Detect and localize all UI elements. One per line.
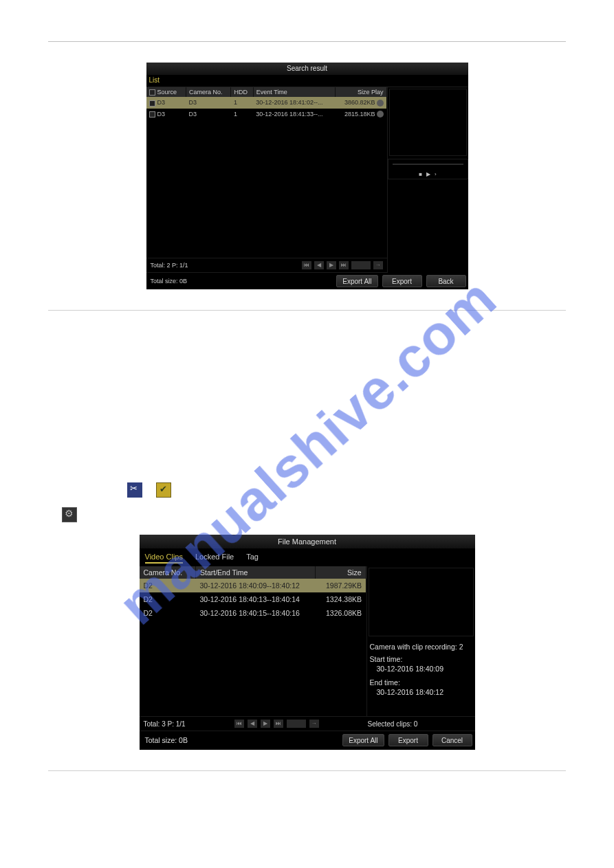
row-checkbox[interactable] xyxy=(149,111,155,118)
preview-play-icon[interactable]: ▶ xyxy=(426,171,430,177)
pager-first-icon[interactable]: ⏮ xyxy=(302,261,311,269)
table-header-row: Camera No. Start/End Time Size xyxy=(140,566,366,579)
row-checkbox[interactable] xyxy=(149,100,155,107)
cell-source: D3 xyxy=(157,111,166,118)
cell-camera: D2 xyxy=(144,595,153,603)
col-hdd: HDD xyxy=(231,87,253,97)
preview-pane: ■ ▶ › xyxy=(387,87,468,273)
preview-controls: ■ ▶ › xyxy=(388,159,468,179)
preview-video xyxy=(389,89,467,156)
cell-size: 1326.08KB xyxy=(315,606,366,620)
pager-prev-icon[interactable]: ◀ xyxy=(314,261,324,269)
pager-next-icon[interactable]: ▶ xyxy=(327,261,336,269)
cancel-button[interactable]: Cancel xyxy=(432,734,472,746)
preview-seekbar[interactable] xyxy=(393,164,463,165)
cell-camera: D2 xyxy=(144,609,153,617)
table-row[interactable]: D2 30-12-2016 18:40:09--18:40:12 1987.29… xyxy=(140,579,366,592)
pager-next-icon[interactable]: ▶ xyxy=(261,720,270,728)
pager-last-icon[interactable]: ⏭ xyxy=(274,720,283,728)
export-all-button[interactable]: Export All xyxy=(336,275,377,287)
cell-time: 30-12-2016 18:40:09--18:40:12 xyxy=(196,579,316,592)
pager-label: Total: 3 P: 1/1 xyxy=(144,720,186,728)
cell-camera: D2 xyxy=(144,581,153,590)
end-time-value: 30-12-2016 18:40:12 xyxy=(370,687,472,697)
col-camera: Camera No. xyxy=(186,87,231,97)
top-rule xyxy=(48,41,566,42)
pager-go-icon[interactable]: → xyxy=(373,261,383,269)
pager-first-icon[interactable]: ⏮ xyxy=(234,720,244,728)
preview-stop-icon[interactable]: ■ xyxy=(419,171,422,177)
export-button[interactable]: Export xyxy=(382,275,422,287)
table-row[interactable]: D2 30-12-2016 18:40:13--18:40:14 1324.38… xyxy=(140,592,366,606)
scissors-icon[interactable] xyxy=(127,482,142,498)
dialog-title: Search result xyxy=(146,63,468,75)
pager-prev-icon[interactable]: ◀ xyxy=(248,720,257,728)
gear-icon[interactable] xyxy=(62,507,77,522)
cell-size: 3860.82KB xyxy=(344,99,375,106)
start-time-label: Start time: xyxy=(370,654,472,664)
col-source: Source xyxy=(157,89,177,96)
total-size-label: Total size: 0B xyxy=(145,736,339,744)
cell-hdd: 1 xyxy=(231,109,253,120)
file-management-dialog: File Management Video Clips Locked File … xyxy=(140,535,475,750)
table-header-row: Source Camera No. HDD Event Time Size Pl… xyxy=(146,87,387,97)
tab-tag[interactable]: Tag xyxy=(246,553,259,564)
results-table: Source Camera No. HDD Event Time Size Pl… xyxy=(146,87,387,120)
cell-hdd: 1 xyxy=(231,97,253,109)
export-all-button[interactable]: Export All xyxy=(342,734,384,746)
tab-list[interactable]: List xyxy=(146,75,468,87)
table-row[interactable]: D3 D3 1 30-12-2016 18:41:02--... 3860.82… xyxy=(146,97,387,109)
search-result-dialog: Search result List Source Camera No. HDD… xyxy=(146,63,468,289)
cell-size: 2815.18KB xyxy=(344,111,375,118)
export-button[interactable]: Export xyxy=(388,734,428,746)
end-time-label: End time: xyxy=(370,678,472,687)
tab-video-clips[interactable]: Video Clips xyxy=(145,553,183,564)
col-camera: Camera No. xyxy=(144,568,183,577)
pager-input[interactable] xyxy=(351,261,371,269)
col-start-end: Start/End Time xyxy=(196,566,316,579)
cell-size: 1987.29KB xyxy=(315,579,366,592)
pager-last-icon[interactable]: ⏭ xyxy=(339,261,349,269)
start-time-value: 30-12-2016 18:40:09 xyxy=(370,664,472,674)
cell-camera: D3 xyxy=(186,97,231,109)
total-size-label: Total size: 0B xyxy=(151,278,333,285)
clips-table: Camera No. Start/End Time Size D2 30-12-… xyxy=(140,566,366,620)
cell-event: 30-12-2016 18:41:33--... xyxy=(253,109,336,120)
pager-go-icon[interactable]: → xyxy=(309,720,319,728)
back-button[interactable]: Back xyxy=(426,275,466,287)
pager-input[interactable] xyxy=(287,720,306,728)
play-icon[interactable] xyxy=(377,111,384,118)
col-size-play: Size Play xyxy=(336,87,386,97)
cell-camera: D3 xyxy=(186,109,231,120)
cell-time: 30-12-2016 18:40:15--18:40:16 xyxy=(196,606,316,620)
cell-size: 1324.38KB xyxy=(315,592,366,606)
dialog-title: File Management xyxy=(140,535,475,548)
cell-time: 30-12-2016 18:40:13--18:40:14 xyxy=(196,592,316,606)
table-row[interactable]: D3 D3 1 30-12-2016 18:41:33--... 2815.18… xyxy=(146,109,387,120)
check-icon[interactable] xyxy=(156,482,171,498)
bottom-rule xyxy=(48,770,566,771)
play-icon[interactable] xyxy=(377,100,384,107)
pager-label: Total: 2 P: 1/1 xyxy=(151,262,188,269)
preview-video xyxy=(369,568,474,636)
cell-event: 30-12-2016 18:41:02--... xyxy=(253,97,336,109)
preview-next-icon[interactable]: › xyxy=(435,171,437,177)
cell-source: D3 xyxy=(157,99,166,106)
mid-rule xyxy=(48,310,566,311)
selected-clips-label: Selected clips: 0 xyxy=(368,720,471,728)
col-event-time: Event Time xyxy=(253,87,336,97)
select-all-checkbox[interactable] xyxy=(149,89,155,96)
tab-locked-file[interactable]: Locked File xyxy=(195,553,234,564)
col-size: Size xyxy=(315,566,366,579)
camera-clip-count: Camera with clip recording: 2 xyxy=(370,642,472,652)
table-row[interactable]: D2 30-12-2016 18:40:15--18:40:16 1326.08… xyxy=(140,606,366,620)
